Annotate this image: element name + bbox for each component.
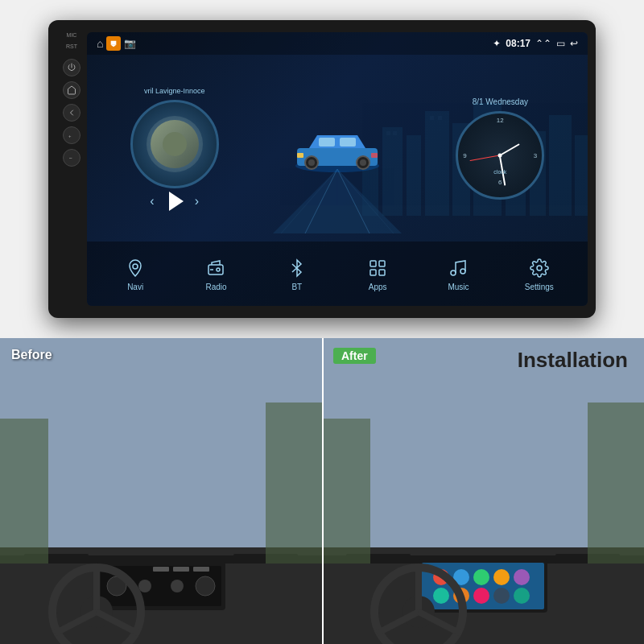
svg-rect-38 xyxy=(379,270,385,275)
back-button[interactable] xyxy=(63,104,80,122)
svg-rect-35 xyxy=(370,261,376,266)
status-bar: ⌂ 📷 ✦ 08:17 ⌃⌃ ▭ ↩ xyxy=(87,32,588,55)
next-button[interactable]: › xyxy=(195,194,199,208)
clock-3: 3 xyxy=(534,151,537,159)
svg-point-40 xyxy=(460,269,465,274)
camera-icon: 📷 xyxy=(124,38,136,49)
music-icon xyxy=(447,257,469,279)
divider-line xyxy=(322,338,324,644)
player-circle[interactable] xyxy=(130,100,219,188)
svg-rect-10 xyxy=(549,115,572,216)
nav-label-settings: Settings xyxy=(525,283,554,291)
svg-point-33 xyxy=(217,268,220,271)
player-controls: ‹ › xyxy=(150,193,199,209)
after-label: After xyxy=(333,348,376,364)
volume-down-button[interactable]: − xyxy=(63,149,80,167)
svg-rect-37 xyxy=(370,270,376,275)
svg-rect-15 xyxy=(438,116,442,120)
svg-rect-14 xyxy=(430,116,434,120)
mic-label: MIC xyxy=(67,32,77,39)
radio-unit: MIC RST + − xyxy=(48,20,596,318)
before-panel: Before xyxy=(0,338,322,644)
installation-label: Installation xyxy=(518,348,628,373)
after-panel: After Installation xyxy=(322,338,644,644)
hour-hand xyxy=(500,143,520,156)
power-button[interactable] xyxy=(63,59,80,76)
svg-rect-5 xyxy=(425,111,449,216)
back-nav-icon: ↩ xyxy=(570,38,578,49)
clock-circle: 12 3 6 9 clock xyxy=(456,111,544,200)
svg-point-80 xyxy=(493,588,510,604)
svg-point-76 xyxy=(514,569,530,585)
nav-item-music[interactable]: Music xyxy=(434,257,482,291)
svg-marker-16 xyxy=(273,169,402,233)
nav-item-bt[interactable]: BT xyxy=(273,257,321,291)
clock-6: 6 xyxy=(498,179,502,186)
nav-label-radio: Radio xyxy=(205,283,226,291)
bt-icon xyxy=(286,257,308,279)
screen: ⌂ 📷 ✦ 08:17 ⌃⌃ ▭ ↩ vril La xyxy=(87,32,588,306)
rst-label: RST xyxy=(66,43,77,50)
svg-point-77 xyxy=(433,588,449,604)
svg-point-31 xyxy=(133,264,138,269)
navi-icon xyxy=(124,257,147,279)
play-button[interactable] xyxy=(167,193,183,209)
nav-item-settings[interactable]: Settings xyxy=(515,257,564,291)
second-hand xyxy=(470,155,501,161)
svg-rect-55 xyxy=(193,567,209,572)
player-section: vril Lavigne-Innoce ‹ xyxy=(99,63,250,233)
home-button[interactable] xyxy=(63,81,80,99)
top-section: MIC RST + − xyxy=(0,0,644,338)
svg-rect-64 xyxy=(266,402,322,564)
before-label: Before xyxy=(11,348,52,362)
svg-rect-53 xyxy=(153,567,169,572)
radio-icon xyxy=(204,257,227,279)
bluetooth-icon: ✦ xyxy=(493,38,501,49)
clock-12: 12 xyxy=(497,117,504,124)
svg-rect-24 xyxy=(340,138,356,147)
nav-item-radio[interactable]: Radio xyxy=(192,257,240,291)
svg-point-75 xyxy=(493,569,510,585)
svg-rect-36 xyxy=(379,261,385,266)
svg-point-52 xyxy=(196,576,215,596)
nav-label-navi: Navi xyxy=(127,283,143,291)
bottom-nav: Navi Radio BT xyxy=(87,242,588,306)
svg-point-26 xyxy=(308,159,315,166)
svg-text:−: − xyxy=(69,155,72,160)
svg-point-51 xyxy=(171,580,184,592)
before-interior xyxy=(0,338,322,644)
home-icon-small: ⌂ xyxy=(97,37,103,50)
clock-center-dot xyxy=(498,153,502,157)
svg-point-81 xyxy=(514,588,530,604)
svg-rect-63 xyxy=(0,419,48,564)
clock-face: 12 3 6 9 clock xyxy=(458,114,542,197)
svg-point-41 xyxy=(537,266,542,270)
svg-point-79 xyxy=(473,588,489,604)
status-left: ⌂ 📷 xyxy=(97,36,136,51)
volume-up-button[interactable]: + xyxy=(63,126,80,144)
before-car-svg xyxy=(0,338,322,644)
nav-item-navi[interactable]: Navi xyxy=(111,257,159,291)
svg-point-50 xyxy=(138,580,151,592)
svg-rect-11 xyxy=(575,135,588,216)
apps-icon xyxy=(366,257,389,279)
prev-button[interactable]: ‹ xyxy=(150,194,154,208)
nav-item-apps[interactable]: Apps xyxy=(353,257,402,291)
nav-label-apps: Apps xyxy=(369,283,387,291)
svg-rect-30 xyxy=(371,153,378,158)
svg-text:+: + xyxy=(68,133,72,138)
after-car-svg xyxy=(322,338,644,644)
svg-rect-90 xyxy=(588,402,644,564)
notification-icon xyxy=(106,36,121,51)
svg-rect-54 xyxy=(173,567,189,572)
time-display: 08:17 xyxy=(506,38,530,49)
svg-rect-29 xyxy=(297,153,303,158)
svg-rect-89 xyxy=(322,419,370,564)
clock-9: 9 xyxy=(463,151,466,159)
minimize-icon: ▭ xyxy=(556,38,565,49)
player-circle-inner xyxy=(147,116,203,172)
bottom-section: Before xyxy=(0,338,644,644)
svg-point-28 xyxy=(360,159,366,166)
svg-point-39 xyxy=(451,270,456,275)
clock-label: clock xyxy=(493,169,506,175)
